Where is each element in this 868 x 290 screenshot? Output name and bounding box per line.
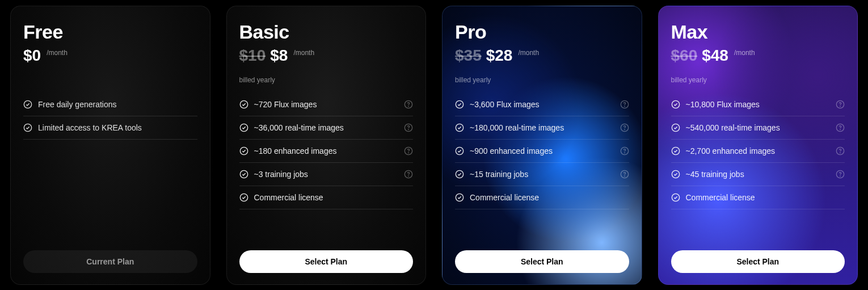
price-current: $0: [23, 47, 41, 65]
svg-point-36: [840, 153, 841, 153]
select-plan-button[interactable]: Select Plan: [455, 250, 629, 273]
feature-row: ~36,000 real-time images: [239, 116, 414, 140]
svg-point-1: [24, 124, 31, 131]
pricing-card-basic: Basic$10$8/monthbilled yearly~720 Flux i…: [226, 6, 427, 285]
check-circle-icon: [23, 100, 32, 109]
pricing-card-free: Free$0/monthFree daily generationsLimite…: [10, 6, 210, 285]
svg-point-30: [840, 106, 841, 107]
price-old: $35: [455, 47, 482, 65]
svg-point-4: [408, 106, 409, 107]
svg-point-37: [672, 170, 679, 178]
check-circle-icon: [671, 193, 680, 202]
check-circle-icon: [239, 100, 248, 109]
feature-row: ~15 training jobs: [455, 163, 629, 186]
feature-text: ~180 enhanced images: [254, 146, 399, 155]
feature-list: Free daily generationsLimited access to …: [23, 93, 197, 250]
feature-text: ~2,700 enhanced images: [686, 146, 831, 155]
help-icon[interactable]: [404, 100, 413, 109]
pricing-card-max: Max$60$48/monthbilled yearly~10,800 Flux…: [658, 6, 858, 285]
feature-row: ~10,800 Flux images: [671, 93, 845, 116]
check-circle-icon: [671, 123, 680, 132]
svg-point-18: [456, 124, 463, 131]
check-circle-icon: [239, 146, 248, 155]
feature-row: Commercial license: [671, 186, 845, 209]
feature-text: Limited access to KREA tools: [38, 123, 197, 132]
feature-row: ~3 training jobs: [239, 163, 414, 186]
svg-point-5: [240, 124, 247, 131]
check-circle-icon: [671, 100, 680, 109]
svg-point-28: [672, 100, 679, 108]
help-icon[interactable]: [620, 146, 629, 155]
feature-list: ~10,800 Flux images~540,000 real-time im…: [671, 93, 845, 250]
feature-row: ~3,600 Flux images: [455, 93, 629, 116]
billing-note: billed yearly: [671, 76, 845, 84]
help-icon[interactable]: [836, 146, 845, 155]
check-circle-icon: [455, 146, 464, 155]
help-icon[interactable]: [620, 170, 629, 179]
price-row: $10$8/month: [239, 47, 414, 65]
help-icon[interactable]: [404, 146, 413, 155]
svg-point-14: [240, 194, 247, 201]
help-icon[interactable]: [836, 100, 845, 109]
feature-text: ~45 training jobs: [686, 170, 831, 179]
plan-name: Basic: [239, 21, 414, 43]
price-row: $35$28/month: [455, 47, 629, 65]
help-icon[interactable]: [620, 123, 629, 132]
help-icon[interactable]: [620, 100, 629, 109]
select-plan-button[interactable]: Select Plan: [671, 250, 845, 273]
price-current: $28: [486, 47, 513, 65]
svg-point-2: [240, 100, 247, 108]
check-circle-icon: [455, 170, 464, 179]
feature-text: ~180,000 real-time images: [470, 123, 614, 132]
pricing-card-pro: Pro$35$28/monthbilled yearly~3,600 Flux …: [442, 6, 642, 285]
feature-row: ~2,700 enhanced images: [671, 140, 845, 163]
svg-point-13: [408, 176, 409, 176]
help-icon[interactable]: [836, 170, 845, 179]
feature-list: ~3,600 Flux images~180,000 real-time ima…: [455, 93, 629, 250]
price-old: $10: [239, 47, 266, 65]
per-month-label: /month: [734, 49, 755, 57]
feature-text: ~900 enhanced images: [470, 146, 614, 155]
svg-point-31: [672, 124, 679, 131]
help-icon[interactable]: [836, 123, 845, 132]
feature-text: ~3,600 Flux images: [470, 100, 614, 109]
price-current: $48: [702, 47, 728, 65]
feature-text: ~15 training jobs: [470, 170, 614, 179]
per-month-label: /month: [518, 49, 539, 57]
check-circle-icon: [455, 123, 464, 132]
svg-point-21: [456, 147, 463, 154]
price-row: $0/month: [23, 47, 197, 65]
svg-point-10: [408, 153, 409, 153]
feature-row: ~45 training jobs: [671, 163, 845, 186]
check-circle-icon: [23, 123, 32, 132]
help-icon[interactable]: [404, 123, 413, 132]
feature-list: ~720 Flux images~36,000 real-time images…: [239, 93, 414, 250]
plan-name: Max: [671, 21, 845, 43]
feature-text: Commercial license: [686, 193, 845, 202]
per-month-label: /month: [47, 49, 68, 57]
plan-name: Pro: [455, 21, 629, 43]
feature-text: ~10,800 Flux images: [686, 100, 831, 109]
price-row: $60$48/month: [671, 47, 845, 65]
feature-text: ~720 Flux images: [254, 100, 399, 109]
svg-point-8: [240, 147, 247, 154]
select-plan-button[interactable]: Select Plan: [239, 250, 414, 273]
check-circle-icon: [239, 170, 248, 179]
feature-row: ~180,000 real-time images: [455, 116, 629, 140]
svg-point-0: [24, 100, 31, 108]
check-circle-icon: [455, 100, 464, 109]
feature-text: ~36,000 real-time images: [254, 123, 399, 132]
feature-text: Commercial license: [254, 193, 414, 202]
check-circle-icon: [239, 193, 248, 202]
feature-row: ~540,000 real-time images: [671, 116, 845, 140]
feature-row: Commercial license: [455, 186, 629, 209]
svg-point-24: [456, 170, 463, 178]
help-icon[interactable]: [404, 170, 413, 179]
billing-note: billed yearly: [455, 76, 629, 84]
svg-point-39: [840, 176, 841, 176]
svg-point-11: [240, 170, 247, 178]
check-circle-icon: [671, 170, 680, 179]
svg-point-7: [408, 129, 409, 130]
svg-point-33: [840, 129, 841, 130]
plan-name: Free: [23, 21, 197, 43]
